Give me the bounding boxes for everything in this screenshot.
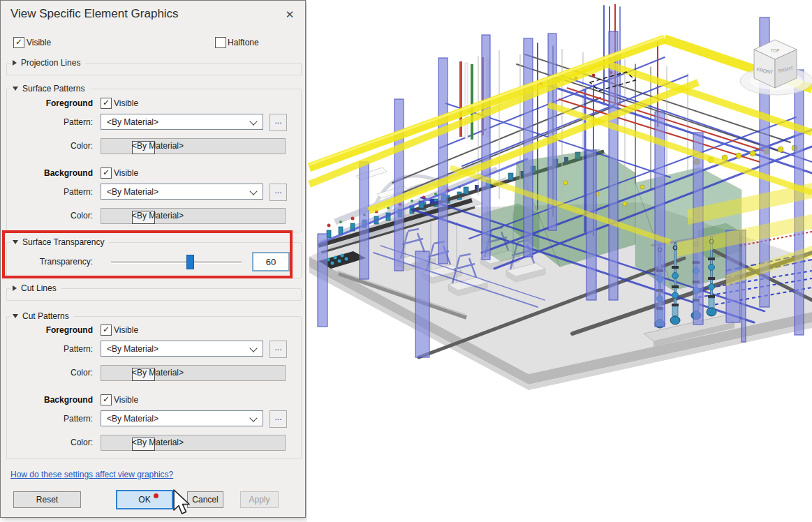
cancel-button[interactable]: Cancel <box>187 491 223 508</box>
transparency-slider-handle[interactable] <box>186 255 194 269</box>
sp-bg-visible-checkbox[interactable] <box>101 167 112 179</box>
apply-button[interactable]: Apply <box>240 491 279 508</box>
cp-foreground-label: Foreground <box>1 325 93 335</box>
halftone-checkbox[interactable] <box>215 37 226 48</box>
sp-background-label: Background <box>1 168 93 178</box>
collapsed-arrow-icon <box>13 60 17 66</box>
visible-label: Visible <box>27 38 51 47</box>
cp-background-label: Background <box>1 395 93 405</box>
cp-bg-pattern-combo[interactable]: <By Material> <box>101 410 263 426</box>
expanded-arrow-icon <box>13 87 18 91</box>
ok-button[interactable]: OK <box>116 490 173 509</box>
cp-fg-visible-checkbox[interactable] <box>101 325 112 336</box>
cut-lines-group: Cut Lines <box>6 288 302 301</box>
viewport-3d[interactable]: TOP FRONT RIGHT <box>307 0 812 522</box>
surface-patterns-header[interactable]: Surface Patterns <box>10 83 89 94</box>
halftone-label: Halftone <box>228 38 259 47</box>
dialog-title: View Specific Element Graphics <box>10 7 179 21</box>
cp-fg-pattern-combo[interactable]: <By Material> <box>101 341 263 357</box>
viewcube-top-label: TOP <box>770 48 779 53</box>
transparency-label: Transparency: <box>1 257 93 267</box>
sp-bg-pattern-combo[interactable]: <By Material> <box>101 184 263 200</box>
reset-button[interactable]: Reset <box>13 491 81 508</box>
projection-lines-group: Projection Lines <box>6 63 302 75</box>
sp-bg-color-field: <By Material> <box>101 208 286 224</box>
close-icon[interactable]: ✕ <box>281 6 298 23</box>
cp-fg-color-field: <By Material> <box>101 365 286 381</box>
transparency-value-input[interactable] <box>252 252 290 271</box>
projection-lines-header[interactable]: Projection Lines <box>10 57 85 68</box>
transparency-slider-track[interactable] <box>111 261 242 264</box>
cp-bg-pattern-browse-button[interactable]: ... <box>270 410 287 428</box>
help-link[interactable]: How do these settings affect view graphi… <box>10 470 173 479</box>
cp-bg-visible-checkbox[interactable] <box>101 394 112 405</box>
cp-bg-color-field: <By Material> <box>101 435 286 451</box>
sp-fg-pattern-browse-button[interactable]: ... <box>270 114 287 131</box>
mouse-cursor-icon <box>172 489 191 516</box>
collapsed-arrow-icon <box>13 285 17 291</box>
element-graphics-dialog: View Specific Element Graphics ✕ Visible… <box>0 0 306 518</box>
visible-checkbox[interactable] <box>13 37 24 48</box>
cut-lines-header[interactable]: Cut Lines <box>10 283 61 294</box>
recording-dot-icon <box>154 493 158 498</box>
sp-foreground-label: Foreground <box>1 98 93 108</box>
model-canvas: TOP FRONT RIGHT <box>307 0 812 522</box>
sp-fg-color-field: <By Material> <box>101 138 286 154</box>
sp-fg-pattern-combo[interactable]: <By Material> <box>101 114 263 130</box>
expanded-arrow-icon <box>13 240 18 244</box>
surface-transparency-header[interactable]: Surface Transparency <box>10 237 109 248</box>
cut-patterns-header[interactable]: Cut Patterns <box>10 311 74 322</box>
sp-bg-pattern-browse-button[interactable]: ... <box>270 184 287 201</box>
sp-fg-visible-checkbox[interactable] <box>101 98 112 109</box>
cp-fg-pattern-browse-button[interactable]: ... <box>270 341 287 358</box>
expanded-arrow-icon <box>13 314 18 318</box>
